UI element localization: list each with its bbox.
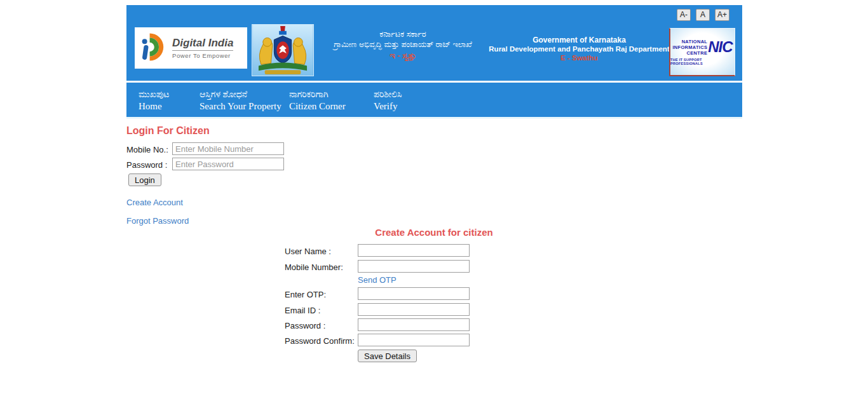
nav-search-kannada: ಆಸ್ತಿಗಳ ಶೋಧನೆ (200, 88, 281, 100)
kannada-dept-line: ಗ್ರಾಮೀಣ ಅಭಿವೃದ್ಧಿ ಮತ್ತು ಪಂಚಾಯತ್ ರಾಜ್ ಇಲಾ… (317, 39, 489, 50)
nav-home-kannada: ಮುಖಪುಟ (139, 88, 170, 100)
nav-citizen-english: Citizen Corner (289, 100, 346, 112)
mobile-no-input[interactable] (172, 142, 284, 155)
ca-password-input[interactable] (358, 318, 470, 331)
forgot-password-link[interactable]: Forgot Password (126, 216, 189, 226)
username-input[interactable] (358, 244, 470, 257)
kannada-eswathu-line: ಇ - ಸ್ವತ್ತು (317, 50, 489, 62)
digital-india-tagline: Power To Empower (172, 52, 233, 59)
mobile-no-label: Mobile No.: (126, 145, 168, 154)
login-button[interactable]: Login (128, 173, 161, 186)
password-label: Password : (126, 160, 167, 170)
font-increase-button[interactable]: A+ (715, 9, 729, 21)
nav-item-home[interactable]: ಮುಖಪುಟ Home (139, 88, 170, 112)
digital-india-logo: Digital India Power To Empower (135, 27, 247, 69)
digital-india-icon (139, 32, 169, 65)
nic-logo: NATIONAL INFORMATICS CENTRE NIC THE IT S… (669, 28, 735, 76)
email-id-input[interactable] (358, 303, 470, 316)
enter-otp-label: Enter OTP: (285, 290, 326, 299)
password-confirm-input[interactable] (358, 334, 470, 346)
header-kannada-text: ಕರ್ನಾಟಕ ಸರ್ಕಾರ ಗ್ರಾಮೀಣ ಅಭಿವೃದ್ಧಿ ಮತ್ತು ಪ… (317, 29, 489, 62)
username-label: User Name : (285, 247, 331, 256)
nic-acronym: NIC (708, 39, 732, 55)
font-size-controls: A- A A+ (677, 9, 729, 21)
nav-verify-kannada: ಪರಿಶೀಲಿಸಿ (374, 88, 402, 100)
page: A- A A+ Digital India Power To Empower (0, 0, 868, 408)
nav-item-citizen-corner[interactable]: ನಾಗರಿಕರಿಗಾಗಿ Citizen Corner (289, 88, 346, 112)
nav-item-search-property[interactable]: ಆಸ್ತಿಗಳ ಶೋಧನೆ Search Your Property (200, 88, 281, 112)
main-nav: ಮುಖಪುಟ Home ಆಸ್ತಿಗಳ ಶೋಧನೆ Search Your Pr… (126, 83, 742, 119)
header-banner: A- A A+ Digital India Power To Empower (126, 5, 742, 81)
save-details-button[interactable]: Save Details (358, 350, 417, 362)
nic-line1: NATIONAL (682, 39, 708, 44)
nav-search-english: Search Your Property (200, 100, 281, 112)
font-normal-button[interactable]: A (696, 9, 710, 21)
mobile-number-input[interactable] (358, 260, 470, 273)
nic-tagline: THE IT SUPPORT PROFESSIONALS (670, 58, 735, 65)
enter-otp-input[interactable] (358, 287, 470, 300)
nav-citizen-kannada: ನಾಗರಿಕರಿಗಾಗಿ (289, 88, 346, 100)
header-english-text: Government of Karnataka Rural Developmen… (489, 36, 670, 62)
english-dept-line: Rural Development and Panchayath Raj Dep… (489, 44, 670, 53)
password-confirm-label: Password Confirm: (285, 336, 355, 346)
login-heading: Login For Citizen (126, 125, 210, 137)
kannada-govt-line: ಕರ್ನಾಟಕ ಸರ್ಕಾರ (317, 29, 489, 39)
create-account-link[interactable]: Create Account (126, 198, 183, 207)
email-id-label: Email ID : (285, 306, 320, 315)
nav-verify-english: Verify (374, 100, 402, 112)
ca-password-label: Password : (285, 321, 325, 330)
create-account-heading: Create Account for citizen (285, 227, 583, 238)
nav-item-verify[interactable]: ಪರಿಶೀಲಿಸಿ Verify (374, 88, 402, 112)
digital-india-title: Digital India (172, 37, 233, 51)
english-govt-line: Government of Karnataka (489, 36, 670, 44)
send-otp-link[interactable]: Send OTP (358, 275, 397, 285)
mobile-number-label: Mobile Number: (285, 262, 343, 272)
nic-line2: INFORMATICS (672, 44, 707, 50)
font-decrease-button[interactable]: A- (677, 9, 691, 21)
nav-home-english: Home (139, 100, 170, 112)
password-input[interactable] (172, 158, 284, 170)
english-eswathu-line: E - Swathu (489, 53, 670, 62)
karnataka-emblem-icon (252, 24, 314, 76)
nic-line3: CENTRE (687, 50, 708, 56)
